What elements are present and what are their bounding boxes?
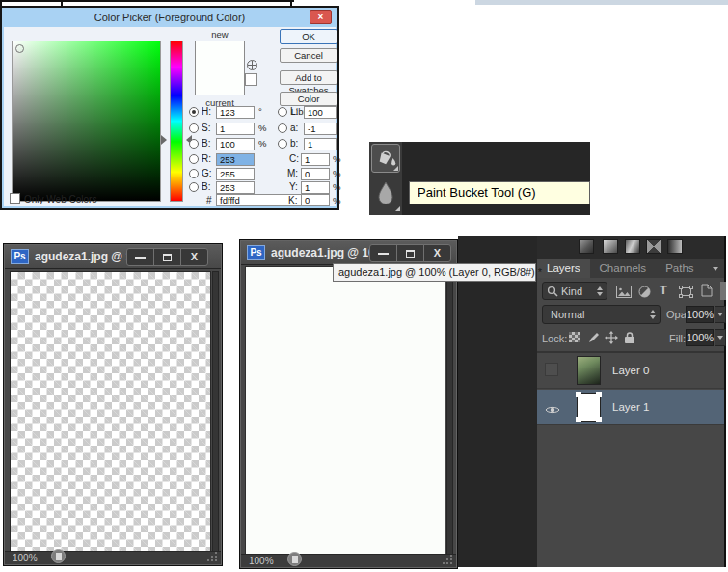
lock-transparency-icon[interactable] — [569, 332, 580, 342]
gradient-swatch[interactable] — [603, 239, 618, 254]
r-radio[interactable] — [189, 154, 199, 164]
layer-row-0[interactable]: Layer 0 — [537, 354, 724, 389]
filter-kind-dropdown[interactable]: Kind — [542, 282, 607, 300]
gradient-swatch[interactable] — [646, 239, 661, 254]
doc-info-icon[interactable] — [287, 552, 302, 566]
close-icon: X — [434, 248, 441, 259]
gradient-swatch[interactable] — [667, 239, 683, 254]
b-input[interactable]: 100 — [216, 138, 255, 150]
visibility-toggle-empty[interactable] — [545, 363, 558, 376]
hue-slider[interactable] — [170, 41, 183, 202]
gradient-swatch[interactable] — [625, 239, 640, 254]
resize-grip-icon[interactable] — [441, 554, 453, 566]
window-titlebar[interactable]: Ps agudeza1.jpg @ 10... X — [5, 245, 221, 269]
chevron-down-icon — [717, 313, 723, 316]
vertical-scrollbar[interactable] — [446, 266, 453, 558]
only-web-colors-label: Only Web Colors — [24, 194, 96, 204]
minimize-button[interactable] — [126, 248, 154, 266]
g-input[interactable]: 255 — [216, 168, 255, 180]
gradient-swatch[interactable] — [579, 239, 594, 254]
close-icon: X — [191, 252, 198, 262]
a-radio[interactable] — [278, 123, 287, 133]
h-radio[interactable] — [189, 107, 199, 117]
canvas-white[interactable] — [245, 266, 445, 558]
c-unit: % — [333, 153, 340, 164]
dialog-body: new current OK Cancel Add to Swatches Co… — [4, 27, 336, 206]
g-radio[interactable] — [189, 169, 199, 178]
l-radio[interactable] — [278, 107, 287, 117]
layer-name[interactable]: Layer 1 — [612, 401, 649, 413]
s-radio[interactable] — [189, 123, 199, 133]
b2-input[interactable]: 253 — [216, 181, 255, 194]
close-button[interactable]: X — [423, 244, 451, 262]
status-bar: 100% — [5, 551, 221, 564]
layer-row-1[interactable]: Layer 1 — [537, 390, 724, 425]
h-label: H: — [202, 106, 211, 117]
add-to-swatches-button[interactable]: Add to Swatches — [280, 70, 337, 85]
tab-channels[interactable]: Channels — [590, 259, 657, 278]
opacity-dropdown-button[interactable] — [715, 306, 726, 323]
lock-pixels-brush-icon[interactable] — [587, 331, 601, 348]
gradient-presets-strip — [537, 236, 724, 259]
filter-adjustment-icon[interactable] — [638, 285, 651, 302]
tab-layers[interactable]: Layers — [537, 259, 590, 278]
zoom-level[interactable]: 100% — [13, 553, 38, 563]
panel-menu-icon[interactable] — [713, 267, 718, 271]
lock-position-icon[interactable] — [605, 331, 618, 348]
filter-smart-object-icon[interactable] — [701, 284, 713, 301]
canvas-transparent[interactable] — [10, 271, 211, 552]
y-unit: % — [333, 181, 340, 192]
color-field[interactable] — [12, 41, 161, 202]
filter-image-icon[interactable] — [616, 285, 632, 302]
maximize-button[interactable] — [396, 244, 424, 262]
filter-shape-icon[interactable] — [679, 285, 693, 302]
close-icon[interactable]: × — [310, 10, 332, 24]
document-window-2: Ps agudeza1.jpg @ 10... X 100% — [239, 239, 458, 569]
c-input[interactable]: 1 — [301, 153, 330, 166]
ok-button[interactable]: OK — [280, 29, 337, 44]
b-radio[interactable] — [189, 139, 199, 149]
blur-tool-button[interactable] — [375, 180, 398, 211]
web-color-swatch[interactable] — [245, 73, 257, 86]
window-titlebar[interactable]: Ps agudeza1.jpg @ 10... X — [241, 241, 456, 265]
cancel-button[interactable]: Cancel — [280, 48, 337, 63]
layer-thumbnail[interactable] — [577, 393, 601, 422]
y-input[interactable]: 1 — [301, 181, 330, 194]
tab-paths[interactable]: Paths — [656, 259, 703, 278]
layer-thumbnail[interactable] — [577, 356, 601, 385]
fill-value[interactable]: 100% — [686, 329, 714, 346]
lock-all-icon[interactable] — [624, 331, 635, 348]
blend-mode-dropdown[interactable]: Normal — [542, 305, 661, 324]
layer-name[interactable]: Layer 0 — [612, 365, 649, 376]
s-input[interactable]: 1 — [216, 123, 255, 135]
only-web-colors-checkbox[interactable] — [10, 193, 20, 204]
l-input[interactable]: 100 — [304, 106, 337, 119]
maximize-button[interactable] — [153, 248, 181, 266]
flyout-corner-icon — [393, 166, 398, 171]
k-input[interactable]: 0 — [301, 194, 330, 206]
web-color-warning-icon[interactable] — [247, 60, 257, 70]
doc-info-icon[interactable] — [51, 549, 66, 563]
close-button[interactable]: X — [180, 248, 208, 266]
h-input[interactable]: 123 — [216, 106, 255, 119]
minimize-button[interactable] — [369, 244, 397, 262]
opacity-value[interactable]: 100% — [686, 306, 714, 323]
b-unit: % — [258, 138, 266, 149]
b-lab-radio[interactable] — [278, 139, 287, 149]
eye-icon[interactable] — [545, 401, 560, 419]
m-input[interactable]: 0 — [301, 168, 330, 180]
color-libraries-button[interactable]: Color Libraries — [280, 92, 337, 106]
b-lab-input[interactable]: 1 — [304, 138, 337, 150]
selection-corner-icon — [576, 392, 581, 397]
paint-bucket-tool-button[interactable] — [371, 144, 400, 173]
r-input[interactable]: 253 — [216, 153, 255, 166]
fill-dropdown-button[interactable] — [715, 329, 726, 346]
a-input[interactable]: -1 — [304, 123, 337, 135]
resize-grip-icon[interactable] — [205, 551, 218, 563]
hue-arrow-left-icon[interactable] — [161, 135, 167, 145]
filter-cutoff-button[interactable] — [720, 282, 726, 300]
b2-radio[interactable] — [189, 182, 199, 192]
filter-type-icon[interactable]: T — [660, 283, 667, 297]
zoom-level[interactable]: 100% — [249, 556, 274, 566]
vertical-scrollbar[interactable] — [212, 271, 219, 552]
